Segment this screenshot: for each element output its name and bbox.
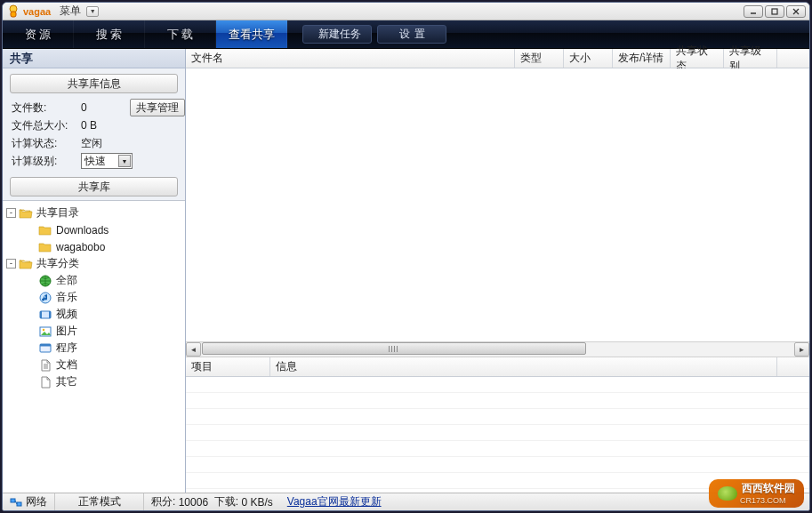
detail-col-1[interactable]: 信息 <box>270 357 777 376</box>
chevron-down-icon: ▼ <box>118 155 131 167</box>
tree-label: 其它 <box>56 374 77 389</box>
filelist-col-1[interactable]: 类型 <box>515 49 564 68</box>
score-label: 积分: <box>151 494 175 509</box>
mode-label: 正常模式 <box>78 494 121 509</box>
download-value: 0 KB/s <box>241 496 272 509</box>
close-button[interactable] <box>786 5 806 18</box>
svg-rect-3 <box>772 9 777 14</box>
app-name: vagaa <box>23 6 51 17</box>
tree-node-图片[interactable]: 图片 <box>4 323 183 340</box>
network-icon <box>10 497 22 508</box>
share-info-header: 共享库信息 <box>10 74 178 93</box>
tree-label: wagabobo <box>56 241 105 253</box>
official-link[interactable]: Vagaa官网最新更新 <box>287 494 382 509</box>
tree-label: 共享分类 <box>36 256 79 271</box>
doc-icon <box>38 359 52 372</box>
tree-label: 音乐 <box>56 290 77 305</box>
folder-open-icon <box>19 258 33 270</box>
share-info: 文件数: 0 共享管理 文件总大小: 0 B 计算状态: 空闲 计算级别: 快速 <box>3 97 185 172</box>
svg-rect-19 <box>17 502 21 506</box>
tree-node-视频[interactable]: 视频 <box>4 306 183 323</box>
minimize-button[interactable] <box>744 5 763 18</box>
detail-body <box>186 377 809 493</box>
tab-view-share[interactable]: 查看共享 <box>216 20 287 48</box>
network-label: 网络 <box>26 494 47 509</box>
calc-level-value: 快速 <box>84 154 106 169</box>
svg-rect-14 <box>40 344 51 347</box>
scroll-thumb[interactable] <box>202 342 586 355</box>
video-icon <box>38 309 52 321</box>
file-count-value: 0 <box>81 101 125 114</box>
calc-status-label: 计算状态: <box>12 136 81 151</box>
tab-search[interactable]: 搜 索 <box>74 20 145 48</box>
detail-header: 项目信息 <box>186 357 809 377</box>
total-size-label: 文件总大小: <box>12 118 81 133</box>
tree-node-音乐[interactable]: 音乐 <box>4 289 183 306</box>
maximize-button[interactable] <box>765 5 784 18</box>
score-value: 10006 <box>179 496 208 509</box>
network-status[interactable]: 网络 <box>3 493 55 510</box>
tree-node-其它[interactable]: 其它 <box>4 373 183 390</box>
svg-point-12 <box>43 328 44 330</box>
folder-closed-icon <box>38 224 52 236</box>
app-window: vagaa 菜单 ▼ 资 源 搜 索 下 载 查看共享 新建任务 设置 共享 共… <box>2 2 810 511</box>
filelist-header: 文件名类型大小发布/详情共享状态共享级别 <box>186 49 809 68</box>
titlebar: vagaa 菜单 ▼ <box>3 3 809 20</box>
image-icon <box>38 325 52 338</box>
detail-col-0[interactable]: 项目 <box>186 357 270 376</box>
tree-node-共享分类[interactable]: -共享分类 <box>4 255 183 272</box>
download-label: 下载: <box>214 494 238 509</box>
horizontal-scrollbar[interactable]: ◄ ► <box>186 341 809 357</box>
svg-rect-1 <box>11 12 16 17</box>
filelist-col-3[interactable]: 发布/详情 <box>613 49 671 68</box>
tree-label: 程序 <box>56 341 77 356</box>
app-icon <box>38 342 52 355</box>
tree-node-程序[interactable]: 程序 <box>4 340 183 357</box>
filelist-col-5[interactable]: 共享级别 <box>724 49 777 68</box>
tree-label: 共享目录 <box>36 205 79 220</box>
scroll-left-icon[interactable]: ◄ <box>186 342 201 357</box>
settings-button[interactable]: 设置 <box>377 25 446 44</box>
tree-label: 全部 <box>56 273 77 288</box>
calc-status-value: 空闲 <box>81 136 185 151</box>
tree-label: 图片 <box>56 324 77 339</box>
globe-icon <box>38 275 52 287</box>
tree-node-共享目录[interactable]: -共享目录 <box>4 204 183 221</box>
tree-expander-icon[interactable]: - <box>6 259 16 269</box>
statusbar: 网络 正常模式 积分: 10006 下载: 0 KB/s Vagaa官网最新更新 <box>3 493 809 510</box>
tree-label: 文档 <box>56 357 77 373</box>
share-lib-header: 共享库 <box>10 177 178 196</box>
tree-node-全部[interactable]: 全部 <box>4 272 183 289</box>
menu-dropdown-icon[interactable]: ▼ <box>86 6 99 17</box>
app-logo-icon <box>6 4 20 19</box>
other-icon <box>38 376 52 389</box>
filelist-col-2[interactable]: 大小 <box>564 49 613 68</box>
tab-resources[interactable]: 资 源 <box>3 20 74 48</box>
tree-node-wagabobo[interactable]: wagabobo <box>4 238 183 255</box>
scroll-right-icon[interactable]: ► <box>794 342 809 357</box>
svg-rect-9 <box>40 311 42 318</box>
folder-closed-icon <box>38 241 52 253</box>
music-icon <box>38 292 52 304</box>
tree-expander-icon[interactable]: - <box>6 208 16 218</box>
folder-open-icon <box>19 207 33 220</box>
total-size-value: 0 B <box>81 119 185 132</box>
calc-level-select[interactable]: 快速 ▼ <box>81 153 133 169</box>
new-task-button[interactable]: 新建任务 <box>302 25 372 44</box>
filelist-col-0[interactable]: 文件名 <box>186 49 515 68</box>
tree-label: 视频 <box>56 307 77 322</box>
svg-rect-18 <box>11 499 15 502</box>
share-manage-button[interactable]: 共享管理 <box>130 99 185 116</box>
tab-download[interactable]: 下 载 <box>145 20 216 48</box>
filelist-body <box>186 68 809 341</box>
scroll-track[interactable] <box>202 342 793 357</box>
menu-label[interactable]: 菜单 <box>60 4 81 19</box>
mode-status[interactable]: 正常模式 <box>55 493 144 510</box>
tree-node-Downloads[interactable]: Downloads <box>4 221 183 238</box>
sidebar: 共享 共享库信息 文件数: 0 共享管理 文件总大小: 0 B 计算状态: 空闲… <box>3 49 186 493</box>
sidebar-title: 共享 <box>3 49 185 68</box>
tree-node-文档[interactable]: 文档 <box>4 357 183 373</box>
file-count-label: 文件数: <box>12 100 81 116</box>
window-buttons <box>742 5 806 18</box>
filelist-col-4[interactable]: 共享状态 <box>671 49 724 68</box>
